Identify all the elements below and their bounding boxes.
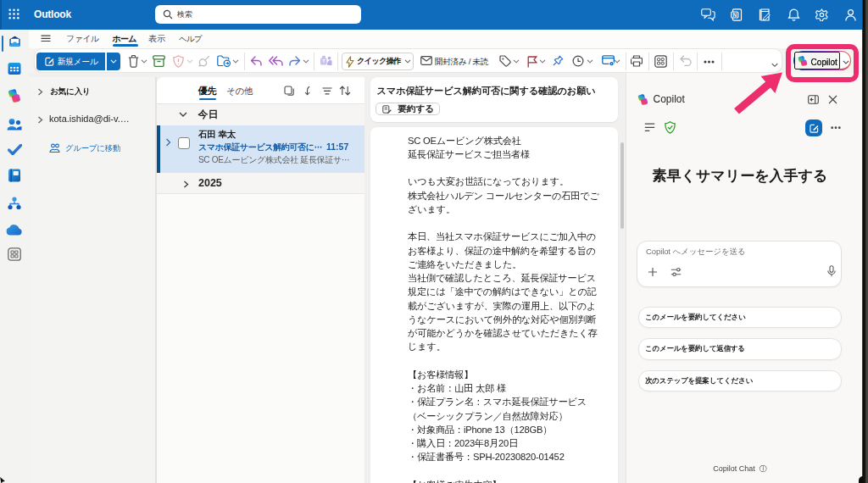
svg-text:N: N xyxy=(732,12,737,18)
